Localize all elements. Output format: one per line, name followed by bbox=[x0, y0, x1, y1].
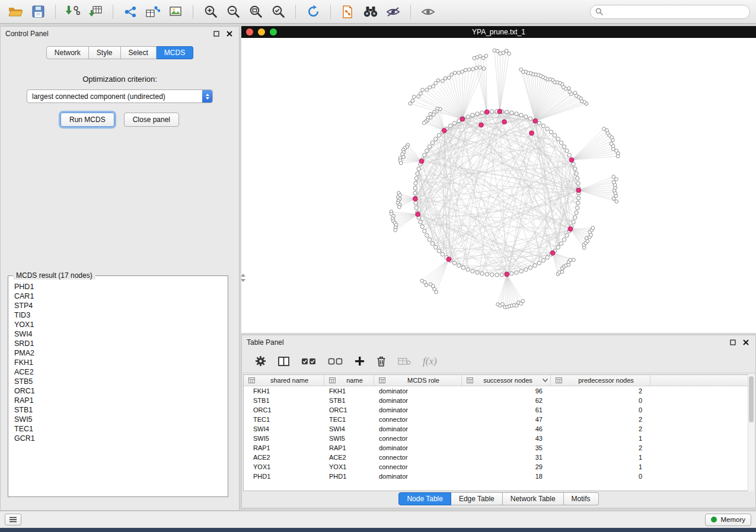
result-item[interactable]: STB5 bbox=[14, 377, 222, 386]
table-cell: ORC1 bbox=[244, 406, 324, 414]
save-session-icon[interactable] bbox=[28, 3, 47, 21]
memory-button[interactable]: Memory bbox=[705, 514, 751, 526]
column-header-successor-nodes[interactable]: successor nodes bbox=[462, 375, 551, 386]
table-row[interactable]: SWI5SWI5connector431 bbox=[244, 434, 754, 443]
result-item[interactable]: PHD1 bbox=[14, 282, 222, 291]
run-mcds-button[interactable]: Run MCDS bbox=[60, 113, 114, 127]
table-row[interactable]: YOX1YOX1connector291 bbox=[244, 462, 754, 472]
maximize-window-icon[interactable] bbox=[270, 28, 277, 36]
bottom-tab-motifs[interactable]: Motifs bbox=[564, 492, 599, 505]
dropdown-stepper-icon[interactable] bbox=[202, 90, 212, 102]
bottom-tab-node-table[interactable]: Node Table bbox=[398, 492, 451, 505]
add-row-icon[interactable] bbox=[355, 356, 365, 366]
hamburger-icon bbox=[9, 517, 17, 523]
result-item[interactable]: GCR1 bbox=[14, 434, 222, 443]
gear-icon[interactable] bbox=[255, 355, 266, 367]
table-cell: 0 bbox=[551, 406, 650, 414]
close-window-icon[interactable] bbox=[246, 28, 253, 36]
network-table-icon[interactable] bbox=[143, 3, 162, 21]
result-item[interactable]: FKH1 bbox=[14, 358, 222, 367]
float-panel-icon[interactable] bbox=[212, 29, 221, 39]
binoculars-icon[interactable] bbox=[361, 3, 380, 21]
columns-icon[interactable] bbox=[278, 357, 289, 366]
export-network-icon[interactable] bbox=[339, 3, 358, 21]
bottom-tab-network-table[interactable]: Network Table bbox=[503, 492, 564, 505]
close-panel-icon[interactable] bbox=[741, 338, 751, 347]
network-graph[interactable] bbox=[241, 38, 755, 333]
result-item[interactable]: ACE2 bbox=[14, 367, 222, 377]
column-header-MCDS-role[interactable]: MCDS role bbox=[374, 375, 462, 386]
table-cell: ORC1 bbox=[324, 406, 374, 414]
open-session-icon[interactable] bbox=[6, 3, 25, 21]
table-cell: RAP1 bbox=[324, 444, 374, 451]
criterion-dropdown[interactable]: largest connected component (undirected) bbox=[27, 89, 213, 103]
zoom-selected-icon[interactable] bbox=[269, 3, 288, 21]
refresh-icon[interactable] bbox=[304, 3, 323, 21]
hide-selected-icon[interactable] bbox=[384, 3, 403, 21]
clear-icon[interactable] bbox=[398, 357, 411, 366]
new-network-icon[interactable] bbox=[121, 3, 140, 21]
column-header-name[interactable]: name bbox=[324, 375, 374, 386]
tab-network[interactable]: Network bbox=[46, 46, 89, 59]
tab-select[interactable]: Select bbox=[121, 46, 157, 59]
table-cell: 2 bbox=[551, 416, 650, 423]
result-item[interactable]: TEC1 bbox=[14, 424, 222, 434]
table-row[interactable]: ORC1ORC1dominator610 bbox=[244, 405, 754, 415]
network-canvas[interactable] bbox=[241, 38, 756, 333]
result-item[interactable]: PMA2 bbox=[14, 348, 222, 358]
search-input[interactable] bbox=[607, 8, 745, 16]
table-scrollbar[interactable] bbox=[748, 374, 754, 491]
table-cell: 96 bbox=[462, 387, 551, 395]
result-item[interactable]: TID3 bbox=[14, 310, 222, 320]
table-panel-header: Table Panel bbox=[242, 335, 755, 350]
import-network-icon[interactable] bbox=[63, 3, 82, 21]
minimize-window-icon[interactable] bbox=[258, 28, 265, 36]
show-all-icon[interactable] bbox=[419, 3, 438, 21]
table-cell: 29 bbox=[462, 463, 551, 470]
result-item[interactable]: RAP1 bbox=[14, 396, 222, 405]
column-header-shared-name[interactable]: shared name bbox=[244, 375, 324, 386]
table-cell: 1 bbox=[551, 463, 650, 470]
close-panel-icon[interactable] bbox=[225, 29, 234, 39]
result-item[interactable]: STP4 bbox=[14, 301, 222, 310]
network-titlebar: YPA_prune.txt_1 bbox=[241, 26, 756, 38]
result-item[interactable]: SWI5 bbox=[14, 415, 222, 424]
result-item[interactable]: ORC1 bbox=[14, 386, 222, 396]
select-all-icon[interactable] bbox=[301, 357, 316, 366]
zoom-in-icon[interactable] bbox=[201, 3, 220, 21]
table-row[interactable]: PHD1PHD1dominator180 bbox=[244, 472, 754, 481]
close-panel-button[interactable]: Close panel bbox=[124, 113, 179, 127]
toolbar-separator bbox=[55, 5, 56, 19]
export-image-icon[interactable] bbox=[166, 3, 185, 21]
panel-menu-button[interactable] bbox=[5, 514, 21, 525]
tab-mcds[interactable]: MCDS bbox=[157, 46, 193, 59]
function-icon[interactable]: f(x) bbox=[423, 355, 437, 367]
zoom-fit-icon[interactable] bbox=[246, 3, 265, 21]
memory-label: Memory bbox=[720, 516, 745, 523]
table-cell: 62 bbox=[462, 397, 551, 404]
tab-style[interactable]: Style bbox=[89, 46, 121, 59]
result-item[interactable]: SRD1 bbox=[14, 339, 222, 348]
bottom-tab-edge-table[interactable]: Edge Table bbox=[451, 492, 503, 505]
result-item[interactable]: SWI4 bbox=[14, 329, 222, 339]
deselect-all-icon[interactable] bbox=[328, 357, 343, 366]
table-cell: connector bbox=[374, 463, 462, 470]
result-item[interactable]: CAR1 bbox=[14, 291, 222, 301]
table-row[interactable]: ACE2ACE2connector311 bbox=[244, 453, 754, 462]
result-item[interactable]: STB1 bbox=[14, 405, 222, 415]
table-cell: 2 bbox=[551, 387, 650, 395]
splitter-collapse-handle[interactable] bbox=[241, 268, 244, 288]
result-item[interactable]: YOX1 bbox=[14, 320, 222, 329]
table-row[interactable]: STB1STB1dominator620 bbox=[244, 396, 754, 405]
table-row[interactable]: RAP1RAP1dominator352 bbox=[244, 443, 754, 453]
zoom-out-icon[interactable] bbox=[224, 3, 243, 21]
import-table-icon[interactable] bbox=[86, 3, 105, 21]
column-header-predecessor-nodes[interactable]: predecessor nodes bbox=[551, 375, 650, 386]
application-window: Control Panel NetworkStyleSelectMCDS Opt… bbox=[0, 0, 756, 532]
float-panel-icon[interactable] bbox=[728, 338, 738, 347]
delete-row-icon[interactable] bbox=[377, 356, 386, 367]
table-row[interactable]: SWI4SWI4dominator462 bbox=[244, 424, 754, 434]
table-row[interactable]: FKH1FKH1dominator962 bbox=[244, 386, 754, 396]
scrollbar-thumb[interactable] bbox=[749, 376, 754, 422]
table-row[interactable]: TEC1TEC1connector472 bbox=[244, 415, 754, 424]
